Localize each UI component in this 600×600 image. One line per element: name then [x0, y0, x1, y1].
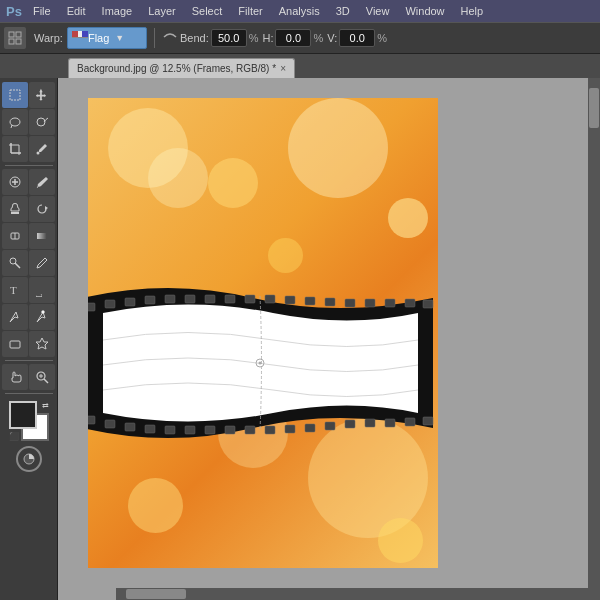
hand-tool[interactable] [2, 364, 28, 390]
h-input[interactable] [275, 29, 311, 47]
svg-rect-67 [305, 424, 315, 432]
svg-rect-60 [165, 426, 175, 434]
svg-rect-25 [37, 233, 47, 239]
bend-label: Bend: [180, 32, 209, 44]
menu-filter[interactable]: Filter [235, 4, 265, 18]
menu-layer[interactable]: Layer [145, 4, 179, 18]
main-area: T T [0, 78, 600, 600]
document-tab[interactable]: Background.jpg @ 12.5% (Frames, RGB/8) *… [68, 58, 295, 78]
svg-rect-5 [78, 31, 82, 37]
svg-rect-40 [125, 298, 135, 306]
ps-logo: Ps [6, 4, 22, 19]
svg-rect-2 [16, 32, 21, 37]
eraser-tool[interactable] [2, 223, 28, 249]
svg-rect-61 [185, 426, 195, 434]
custom-shape-tool[interactable] [29, 331, 55, 357]
h-label: H: [262, 32, 273, 44]
svg-rect-7 [72, 37, 88, 38]
menu-bar: File Edit Image Layer Select Filter Anal… [30, 4, 486, 18]
menu-window[interactable]: Window [402, 4, 447, 18]
type-tool[interactable]: T [2, 277, 28, 303]
svg-line-34 [44, 379, 48, 383]
vertical-scrollbar[interactable] [588, 78, 600, 588]
menu-select[interactable]: Select [189, 4, 226, 18]
svg-line-27 [15, 263, 20, 268]
tool-row-7 [2, 250, 55, 276]
svg-rect-52 [365, 299, 375, 307]
menu-analysis[interactable]: Analysis [276, 4, 323, 18]
bokeh-circle [288, 98, 388, 198]
lasso-tool[interactable] [2, 109, 28, 135]
options-bar: Warp: Flag ▼ Bend: % H: % V: % [0, 22, 600, 54]
svg-rect-43 [185, 295, 195, 303]
svg-rect-42 [165, 295, 175, 303]
brush-tool[interactable] [29, 169, 55, 195]
stamp-tool[interactable] [2, 196, 28, 222]
quick-select-tool[interactable] [29, 109, 55, 135]
foreground-color[interactable] [9, 401, 37, 429]
tool-row-2 [2, 109, 55, 135]
bend-input[interactable] [211, 29, 247, 47]
canvas-area[interactable] [58, 78, 600, 600]
tool-sep-3 [5, 393, 53, 394]
swap-colors-icon[interactable]: ⇄ [42, 401, 49, 410]
tool-row-3 [2, 136, 55, 162]
shape-tool[interactable] [2, 331, 28, 357]
svg-rect-0 [9, 32, 14, 37]
svg-rect-45 [225, 295, 235, 303]
svg-point-17 [37, 152, 40, 155]
menu-image[interactable]: Image [99, 4, 136, 18]
tab-title: Background.jpg @ 12.5% (Frames, RGB/8) * [77, 63, 276, 74]
svg-rect-73 [423, 417, 433, 425]
heal-tool[interactable] [2, 169, 28, 195]
v-input[interactable] [339, 29, 375, 47]
zoom-tool[interactable] [29, 364, 55, 390]
crop-tool[interactable] [2, 136, 28, 162]
menu-file[interactable]: File [30, 4, 54, 18]
path-select-tool[interactable] [2, 304, 28, 330]
eyedropper-tool[interactable] [29, 136, 55, 162]
type-vertical-tool[interactable]: T [29, 277, 55, 303]
tool-sep-1 [5, 165, 53, 166]
horizontal-scrollbar[interactable] [116, 588, 600, 600]
svg-rect-64 [245, 426, 255, 434]
menu-view[interactable]: View [363, 4, 393, 18]
bokeh-circle [208, 158, 258, 208]
warp-value: Flag [88, 32, 109, 44]
bend-group: Bend: % [162, 29, 259, 47]
svg-rect-53 [385, 299, 395, 307]
svg-rect-56 [88, 416, 95, 424]
history-brush-tool[interactable] [29, 196, 55, 222]
svg-point-75 [259, 362, 262, 365]
warp-dropdown[interactable]: Flag ▼ [67, 27, 147, 49]
bokeh-circle [378, 518, 423, 563]
tool-row-6 [2, 223, 55, 249]
menu-3d[interactable]: 3D [333, 4, 353, 18]
svg-rect-68 [325, 422, 335, 430]
direct-select-tool[interactable] [29, 304, 55, 330]
canvas-container [88, 98, 438, 568]
tool-row-1 [2, 82, 55, 108]
svg-rect-69 [345, 420, 355, 428]
svg-marker-9 [36, 89, 46, 101]
svg-rect-70 [365, 419, 375, 427]
move-tool[interactable] [29, 82, 55, 108]
marquee-tool[interactable] [2, 82, 28, 108]
svg-rect-48 [285, 296, 295, 304]
default-colors-icon[interactable]: ⬛ [9, 432, 19, 441]
svg-line-11 [11, 125, 12, 128]
svg-rect-44 [205, 295, 215, 303]
gradient-tool[interactable] [29, 223, 55, 249]
pen-tool[interactable] [29, 250, 55, 276]
svg-rect-51 [345, 299, 355, 307]
tab-close-button[interactable]: × [280, 63, 286, 74]
svg-rect-58 [125, 423, 135, 431]
svg-rect-50 [325, 298, 335, 306]
tool-sep-2 [5, 360, 53, 361]
quick-mask-button[interactable] [16, 446, 42, 472]
menu-edit[interactable]: Edit [64, 4, 89, 18]
menu-help[interactable]: Help [458, 4, 487, 18]
dodge-tool[interactable] [2, 250, 28, 276]
tool-row-5 [2, 196, 55, 222]
svg-point-10 [10, 118, 20, 126]
